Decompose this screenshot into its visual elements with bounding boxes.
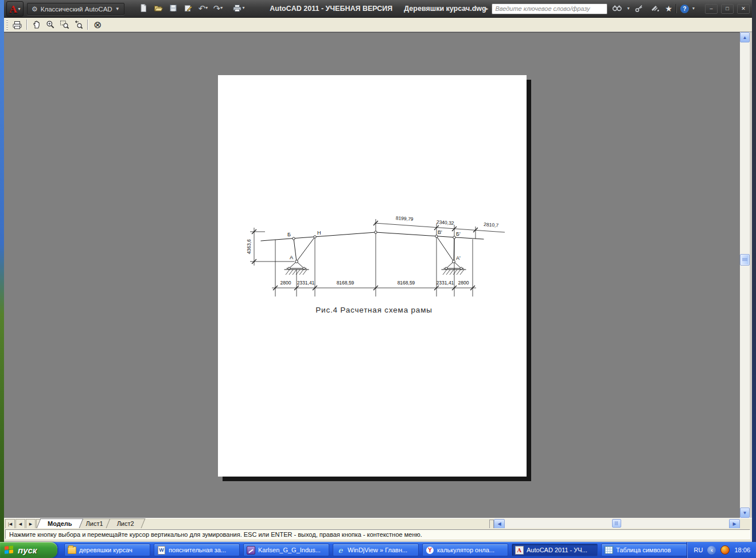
favorites-star-button[interactable]: ★ — [665, 5, 672, 13]
zoom-window-button[interactable] — [57, 18, 71, 31]
search-input[interactable] — [492, 3, 607, 14]
pan-button[interactable] — [30, 18, 44, 31]
horizontal-scrollbar[interactable]: ◀ ▶ — [494, 519, 740, 528]
tray-app-icon[interactable] — [720, 545, 730, 555]
internet-explorer-icon: e — [336, 546, 345, 554]
overflow-arrow-icon[interactable]: ▶ — [484, 6, 488, 11]
node-label-n: Н — [317, 230, 321, 236]
exchange-key-button[interactable] — [633, 2, 645, 15]
tab-label: Лист1 — [86, 520, 103, 527]
minimize-button[interactable]: – — [705, 4, 718, 14]
close-button[interactable]: ✕ — [737, 4, 750, 14]
node-label-a1: А' — [456, 255, 461, 261]
windows-flag-icon — [5, 545, 14, 555]
vertical-scroll-thumb[interactable] — [740, 254, 750, 266]
task-button-browser[interactable]: Y калькулятор онла... — [422, 544, 508, 556]
open-file-button[interactable] — [152, 2, 165, 14]
clock[interactable]: 18:06 — [734, 547, 750, 553]
windows-taskbar: пуск деревяшки курсач W пояснительная за… — [0, 542, 756, 558]
zoom-realtime-button[interactable] — [44, 18, 57, 31]
character-map-icon — [605, 546, 613, 554]
tab-model[interactable]: Модель — [38, 518, 81, 528]
workspace-name: Классический AutoCAD — [41, 6, 112, 13]
tab-layout2[interactable]: Лист2 — [108, 518, 143, 528]
task-button-djvu-doc[interactable]: Karlsen_G_G_Indus... — [243, 544, 329, 556]
frame-scheme-drawing: 2800 2331,41 8168,59 8168,59 2331,41 280… — [218, 75, 527, 477]
language-indicator[interactable]: RU — [694, 547, 703, 553]
start-button[interactable]: пуск — [0, 542, 57, 558]
status-hint-text: Нажмите кнопку выбора и перемещайте курс… — [5, 529, 750, 539]
next-tab-button[interactable]: ▶ — [26, 519, 36, 529]
undo-button[interactable]: ↶▾ — [197, 2, 209, 14]
task-button-word-doc[interactable]: W пояснительная за... — [154, 544, 240, 556]
tab-label: Модель — [48, 520, 72, 527]
task-button-label: Таблица символов — [616, 547, 671, 553]
left-strut — [297, 237, 315, 262]
workspace-switcher[interactable]: ⚙ Классический AutoCAD ▼ — [27, 3, 124, 15]
help-button[interactable]: ? — [680, 5, 689, 13]
dim-label: 8168,59 — [398, 280, 415, 286]
task-button-label: AutoCAD 2011 - УЧ... — [527, 547, 587, 553]
chevron-down-icon: ▾ — [220, 6, 223, 10]
scrollbar-splitter-handle[interactable] — [489, 520, 494, 529]
scroll-left-button[interactable]: ◀ — [494, 519, 505, 529]
tab-label: Лист2 — [117, 520, 134, 527]
vertical-scrollbar[interactable]: ▲ ▼ — [740, 32, 750, 518]
system-tray: RU ‹ 18:06 — [687, 542, 756, 558]
save-button[interactable] — [167, 2, 180, 14]
search-button[interactable] — [611, 2, 623, 15]
new-file-button[interactable] — [137, 2, 150, 14]
chevron-down-icon: ▾ — [242, 6, 244, 10]
zoom-previous-button[interactable] — [71, 18, 85, 31]
task-button-windjview[interactable]: e WinDjView » Главн... — [333, 544, 419, 556]
document-name: Деревяшки курсач.dwg — [404, 5, 486, 13]
dim-label: 8168,59 — [337, 280, 354, 286]
dim-label: 2800 — [458, 280, 469, 286]
horizontal-scroll-thumb[interactable] — [612, 519, 621, 528]
autocad-icon: A — [515, 546, 524, 554]
plot-style-edit-button[interactable] — [182, 2, 194, 14]
plot-print-button[interactable] — [10, 18, 24, 31]
chevron-down-icon[interactable]: ▾ — [627, 6, 629, 11]
word-doc-icon: W — [157, 546, 166, 554]
application-menu-button[interactable]: A ▾ — [6, 1, 24, 17]
toolbar-grip[interactable] — [6, 19, 8, 30]
dim-label-height: 4363,6 — [246, 239, 252, 254]
close-preview-button[interactable]: ⊗ — [91, 18, 104, 31]
plot-button[interactable]: ▾ — [232, 2, 245, 14]
autocad-logo-icon: A — [9, 3, 17, 15]
chevron-down-icon: ▼ — [115, 7, 120, 11]
prev-tab-button[interactable]: ◀ — [15, 519, 25, 529]
scroll-up-button[interactable]: ▲ — [740, 32, 750, 42]
plot-preview-area[interactable]: 2800 2331,41 8168,59 8168,59 2331,41 280… — [4, 32, 740, 518]
undo-icon: ↶ — [198, 4, 206, 13]
task-button-autocad[interactable]: A AutoCAD 2011 - УЧ... — [512, 544, 598, 556]
redo-button[interactable]: ↷▾ — [212, 2, 224, 14]
communication-center-button[interactable] — [649, 2, 661, 15]
extension-lines — [275, 232, 473, 296]
plot-preview-toolbar: ⊗ — [4, 18, 752, 32]
task-button-folder[interactable]: деревяшки курсач — [64, 544, 150, 556]
dim-label: 2331,41 — [297, 280, 315, 286]
gear-icon: ⚙ — [32, 6, 38, 13]
language-bar-chevron-icon[interactable]: ‹ — [707, 546, 716, 555]
titlebar-right-cluster: ▶ ▾ ★ ? ▾ – □ ✕ — [484, 0, 750, 17]
scroll-right-button[interactable]: ▶ — [729, 519, 740, 529]
separator — [87, 19, 88, 30]
task-button-label: Karlsen_G_G_Indus... — [258, 547, 321, 553]
task-button-charmap[interactable]: Таблица символов — [601, 544, 687, 556]
task-button-label: калькулятор онла... — [437, 547, 494, 553]
maximize-button[interactable]: □ — [721, 4, 734, 14]
node-markers — [288, 231, 462, 270]
right-strut — [437, 236, 454, 262]
chevron-down-icon[interactable]: ▾ — [692, 6, 695, 11]
close-circle-icon: ⊗ — [93, 20, 102, 30]
layout-tab-bar: |◀ ◀ ▶ ▶| Модель Лист1 Лист2 ◀ ▶ — [4, 518, 752, 529]
scroll-down-button[interactable]: ▼ — [740, 508, 750, 518]
yandex-browser-icon: Y — [426, 546, 434, 554]
chevron-down-icon: ▾ — [205, 6, 208, 10]
separator — [676, 4, 677, 13]
titlebar: A ▾ ⚙ Классический AutoCAD ▼ ↶▾ ↷▾ — [4, 0, 752, 18]
separator — [26, 19, 28, 30]
first-tab-button[interactable]: |◀ — [5, 519, 15, 529]
